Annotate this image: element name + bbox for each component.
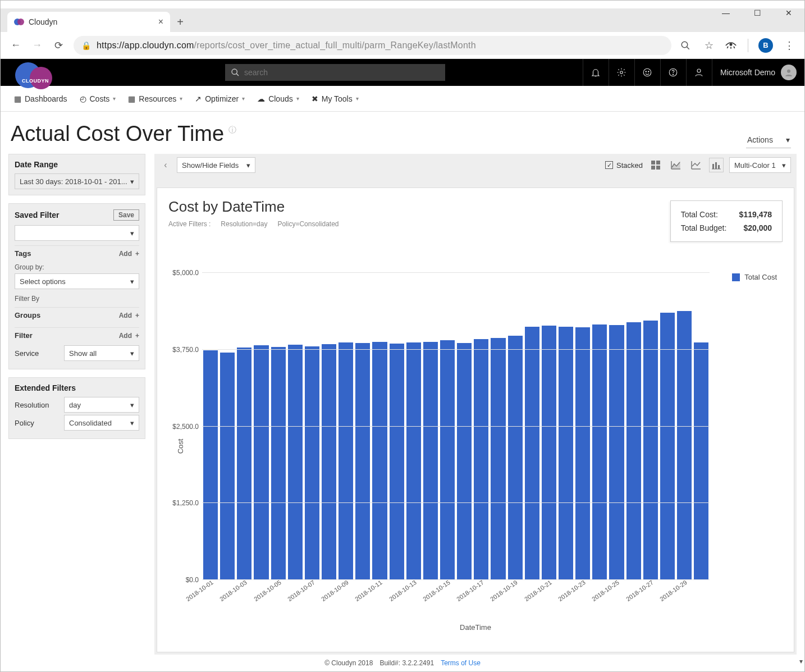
menu-optimizer[interactable]: ↗Optimizer▾ xyxy=(195,94,245,103)
nav-back-button[interactable]: ← xyxy=(10,39,22,51)
tags-add-button[interactable]: Add+ xyxy=(119,250,139,258)
chart-bar[interactable] xyxy=(254,345,268,580)
global-search[interactable] xyxy=(225,64,445,81)
x-tick: 2018-10-27 xyxy=(624,579,654,602)
profile-icon[interactable] xyxy=(686,59,712,86)
info-icon[interactable]: ⓘ xyxy=(228,125,236,135)
chart-bar[interactable] xyxy=(626,322,641,580)
nav-reload-button[interactable]: ⟳ xyxy=(52,39,65,52)
chart-bar[interactable] xyxy=(220,353,235,580)
menu-costs[interactable]: ◴Costs▾ xyxy=(80,94,116,103)
scroll-down-indicator[interactable]: ▾ xyxy=(799,657,803,665)
view-line-icon[interactable] xyxy=(689,158,703,172)
chart-bar[interactable] xyxy=(592,324,607,580)
chart-bar[interactable] xyxy=(660,313,675,580)
chart-bar[interactable] xyxy=(288,345,303,580)
chart-bar[interactable] xyxy=(508,336,523,580)
x-tick: 2018-10-13 xyxy=(388,579,418,602)
chart-bar[interactable] xyxy=(440,340,455,580)
browser-tab-active[interactable]: Cloudyn × xyxy=(7,12,170,32)
view-table-icon[interactable] xyxy=(648,158,663,172)
date-range-select[interactable]: Last 30 days: 2018-10-01 - 201... ▾ xyxy=(15,173,139,189)
legend-swatch xyxy=(732,273,740,281)
eye-icon[interactable] xyxy=(725,42,738,49)
plus-icon: + xyxy=(135,250,139,258)
collapse-sidebar-button[interactable]: ‹ xyxy=(160,160,171,170)
cloudyn-favicon xyxy=(14,18,24,26)
chart-bar[interactable] xyxy=(305,346,319,580)
chart-bar[interactable] xyxy=(609,325,624,580)
menu-resources[interactable]: ▦Resources▾ xyxy=(128,94,182,103)
footer-terms-link[interactable]: Terms of Use xyxy=(441,659,481,667)
chart-bar[interactable] xyxy=(372,342,387,580)
window-close-button[interactable]: ✕ xyxy=(773,2,804,24)
legend-label: Total Cost xyxy=(744,273,777,281)
close-tab-icon[interactable]: × xyxy=(158,17,163,27)
chart-bar[interactable] xyxy=(575,327,590,580)
page-title: Actual Cost Over Time xyxy=(11,122,224,146)
service-select[interactable]: Show all▾ xyxy=(64,345,139,361)
save-filter-button[interactable]: Save xyxy=(113,209,139,221)
svg-point-15 xyxy=(697,69,701,72)
chart-bar[interactable] xyxy=(677,311,692,580)
groups-add-button[interactable]: Add+ xyxy=(119,312,139,319)
x-tick: 2018-10-17 xyxy=(455,579,485,602)
resolution-select[interactable]: day▾ xyxy=(64,397,139,413)
view-bar-icon[interactable] xyxy=(709,158,724,172)
y-tick: $3,750.0 xyxy=(171,346,199,354)
global-search-input[interactable] xyxy=(244,68,440,77)
total-cost-value: $119,478 xyxy=(739,210,772,219)
cloudyn-logo[interactable]: CLOUDYN xyxy=(15,62,60,96)
window-maximize-button[interactable]: ☐ xyxy=(742,2,773,24)
plus-icon: + xyxy=(135,312,139,319)
saved-filter-select[interactable]: ▾ xyxy=(15,225,139,241)
chart-bar[interactable] xyxy=(525,327,539,580)
svg-point-9 xyxy=(620,71,623,74)
chart-bar[interactable] xyxy=(457,343,472,580)
chart-bar[interactable] xyxy=(406,342,421,580)
chart-bar[interactable] xyxy=(271,347,286,580)
bookmark-star-icon[interactable]: ☆ xyxy=(703,39,715,52)
chart-bar[interactable] xyxy=(559,327,573,580)
lock-icon: 🔒 xyxy=(81,41,91,50)
chart-bar[interactable] xyxy=(491,338,505,580)
view-area-icon[interactable] xyxy=(669,158,683,172)
feedback-smile-icon[interactable] xyxy=(634,59,660,86)
chart-bar[interactable] xyxy=(339,342,353,580)
groupby-select[interactable]: Select options▾ xyxy=(15,273,139,289)
chart-bar[interactable] xyxy=(203,350,218,580)
panel-extended-filters: Extended Filters Resolution day▾ Policy … xyxy=(8,377,145,439)
browser-profile-avatar[interactable]: B xyxy=(758,38,773,53)
account-menu[interactable]: Microsoft Demo xyxy=(712,59,804,86)
chart-bar[interactable] xyxy=(237,348,251,580)
new-tab-button[interactable]: + xyxy=(170,12,190,32)
showhide-fields-select[interactable]: Show/Hide Fields▾ xyxy=(177,157,255,173)
browser-menu-icon[interactable]: ⋮ xyxy=(783,39,795,52)
stacked-checkbox[interactable]: ✓ Stacked xyxy=(605,161,643,170)
colorscheme-select[interactable]: Multi-Color 1▾ xyxy=(729,157,791,173)
chart-bar[interactable] xyxy=(355,343,370,580)
filter-sidebar: Date Range Last 30 days: 2018-10-01 - 20… xyxy=(8,154,145,655)
filter-add-button[interactable]: Add+ xyxy=(119,332,139,340)
chart-bar[interactable] xyxy=(474,339,488,580)
menu-mytools[interactable]: ✖My Tools▾ xyxy=(312,94,359,103)
zoom-icon[interactable] xyxy=(680,40,693,51)
chart-bar[interactable] xyxy=(694,342,708,580)
help-icon[interactable] xyxy=(660,59,686,86)
chart-bar[interactable] xyxy=(423,342,438,580)
chart-bar[interactable] xyxy=(390,344,404,580)
chart-bar[interactable] xyxy=(322,344,336,580)
window-minimize-button[interactable]: — xyxy=(710,2,742,24)
policy-select[interactable]: Consolidated▾ xyxy=(64,415,139,431)
clock-icon: ◴ xyxy=(80,94,86,103)
chart-bar[interactable] xyxy=(542,326,556,580)
url-input[interactable]: 🔒 https://app.cloudyn.com/reports/cost_o… xyxy=(74,36,671,55)
chart-bar[interactable] xyxy=(643,321,658,580)
plus-icon: + xyxy=(135,332,139,340)
menu-clouds[interactable]: ☁Clouds▾ xyxy=(257,94,299,103)
actions-menu[interactable]: Actions ▾ xyxy=(746,132,791,148)
notifications-icon[interactable] xyxy=(583,59,609,86)
settings-gear-icon[interactable] xyxy=(609,59,634,86)
svg-rect-19 xyxy=(651,166,655,170)
footer-copyright: © Cloudyn 2018 xyxy=(324,659,373,667)
